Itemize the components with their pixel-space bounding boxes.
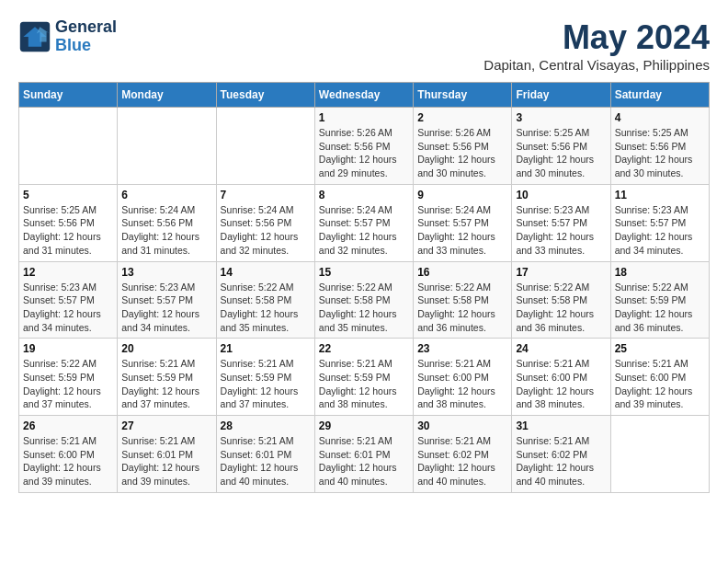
day-info: Sunrise: 5:25 AM Sunset: 5:56 PM Dayligh… <box>516 126 606 180</box>
calendar-cell: 19Sunrise: 5:22 AM Sunset: 5:59 PM Dayli… <box>19 339 118 416</box>
calendar-cell: 28Sunrise: 5:21 AM Sunset: 6:01 PM Dayli… <box>216 416 314 493</box>
day-number: 6 <box>121 189 211 201</box>
weekday-header-monday: Monday <box>118 83 216 108</box>
calendar-cell: 14Sunrise: 5:22 AM Sunset: 5:58 PM Dayli… <box>216 261 314 339</box>
calendar-cell: 11Sunrise: 5:23 AM Sunset: 5:57 PM Dayli… <box>610 184 709 261</box>
weekday-header-tuesday: Tuesday <box>216 83 314 108</box>
day-info: Sunrise: 5:21 AM Sunset: 6:01 PM Dayligh… <box>121 434 211 488</box>
calendar-cell: 26Sunrise: 5:21 AM Sunset: 6:00 PM Dayli… <box>19 416 118 493</box>
day-number: 31 <box>516 419 606 432</box>
day-number: 10 <box>516 189 606 201</box>
day-info: Sunrise: 5:23 AM Sunset: 5:57 PM Dayligh… <box>121 281 211 335</box>
day-info: Sunrise: 5:24 AM Sunset: 5:56 PM Dayligh… <box>221 203 311 258</box>
calendar-cell: 18Sunrise: 5:22 AM Sunset: 5:59 PM Dayli… <box>610 261 709 339</box>
logo: General Blue <box>18 18 117 55</box>
day-number: 25 <box>615 342 705 355</box>
day-number: 17 <box>516 266 606 279</box>
calendar-cell: 1Sunrise: 5:26 AM Sunset: 5:56 PM Daylig… <box>314 108 413 185</box>
day-info: Sunrise: 5:21 AM Sunset: 5:59 PM Dayligh… <box>319 357 409 411</box>
calendar-week-row: 5Sunrise: 5:25 AM Sunset: 5:56 PM Daylig… <box>19 184 710 261</box>
calendar-cell: 21Sunrise: 5:21 AM Sunset: 5:59 PM Dayli… <box>216 339 314 416</box>
calendar-table: SundayMondayTuesdayWednesdayThursdayFrid… <box>18 82 710 493</box>
day-info: Sunrise: 5:26 AM Sunset: 5:56 PM Dayligh… <box>417 126 507 180</box>
day-number: 15 <box>319 266 409 279</box>
day-info: Sunrise: 5:24 AM Sunset: 5:56 PM Dayligh… <box>121 203 211 258</box>
calendar-cell <box>216 108 314 185</box>
day-info: Sunrise: 5:24 AM Sunset: 5:57 PM Dayligh… <box>319 203 409 258</box>
day-info: Sunrise: 5:25 AM Sunset: 5:56 PM Dayligh… <box>23 203 113 258</box>
day-number: 23 <box>417 342 507 355</box>
calendar-cell <box>19 108 118 185</box>
day-info: Sunrise: 5:21 AM Sunset: 6:01 PM Dayligh… <box>319 434 409 488</box>
day-info: Sunrise: 5:21 AM Sunset: 5:59 PM Dayligh… <box>121 357 211 411</box>
calendar-cell: 17Sunrise: 5:22 AM Sunset: 5:58 PM Dayli… <box>512 261 610 339</box>
calendar-cell <box>118 108 216 185</box>
day-number: 13 <box>121 266 211 279</box>
calendar-cell: 15Sunrise: 5:22 AM Sunset: 5:58 PM Dayli… <box>314 261 413 339</box>
day-number: 14 <box>221 266 311 279</box>
day-info: Sunrise: 5:23 AM Sunset: 5:57 PM Dayligh… <box>615 203 705 258</box>
day-number: 12 <box>23 266 113 279</box>
day-number: 8 <box>319 189 409 201</box>
day-info: Sunrise: 5:21 AM Sunset: 6:00 PM Dayligh… <box>615 357 705 411</box>
calendar-cell: 24Sunrise: 5:21 AM Sunset: 6:00 PM Dayli… <box>512 339 610 416</box>
weekday-header-wednesday: Wednesday <box>314 83 413 108</box>
calendar-cell <box>610 416 709 493</box>
calendar-cell: 25Sunrise: 5:21 AM Sunset: 6:00 PM Dayli… <box>610 339 709 416</box>
calendar-cell: 16Sunrise: 5:22 AM Sunset: 5:58 PM Dayli… <box>414 261 512 339</box>
day-info: Sunrise: 5:21 AM Sunset: 6:00 PM Dayligh… <box>417 357 507 411</box>
day-info: Sunrise: 5:21 AM Sunset: 5:59 PM Dayligh… <box>221 357 311 411</box>
calendar-cell: 30Sunrise: 5:21 AM Sunset: 6:02 PM Dayli… <box>414 416 512 493</box>
day-number: 27 <box>121 419 211 432</box>
weekday-header-friday: Friday <box>512 83 610 108</box>
calendar-cell: 5Sunrise: 5:25 AM Sunset: 5:56 PM Daylig… <box>19 184 118 261</box>
day-info: Sunrise: 5:23 AM Sunset: 5:57 PM Dayligh… <box>516 203 606 258</box>
day-number: 20 <box>121 342 211 355</box>
day-number: 9 <box>417 189 507 201</box>
calendar-cell: 3Sunrise: 5:25 AM Sunset: 5:56 PM Daylig… <box>512 108 610 185</box>
day-info: Sunrise: 5:21 AM Sunset: 6:02 PM Dayligh… <box>417 434 507 488</box>
day-number: 21 <box>221 342 311 355</box>
day-number: 11 <box>615 189 705 201</box>
day-number: 1 <box>319 111 409 124</box>
calendar-cell: 31Sunrise: 5:21 AM Sunset: 6:02 PM Dayli… <box>512 416 610 493</box>
day-number: 7 <box>221 189 311 201</box>
calendar-cell: 6Sunrise: 5:24 AM Sunset: 5:56 PM Daylig… <box>118 184 216 261</box>
calendar-cell: 4Sunrise: 5:25 AM Sunset: 5:56 PM Daylig… <box>610 108 709 185</box>
day-number: 29 <box>319 419 409 432</box>
day-info: Sunrise: 5:22 AM Sunset: 5:58 PM Dayligh… <box>417 281 507 335</box>
day-number: 24 <box>516 342 606 355</box>
day-info: Sunrise: 5:25 AM Sunset: 5:56 PM Dayligh… <box>615 126 705 180</box>
day-number: 4 <box>615 111 705 124</box>
day-number: 18 <box>615 266 705 279</box>
day-info: Sunrise: 5:23 AM Sunset: 5:57 PM Dayligh… <box>23 281 113 335</box>
calendar-cell: 20Sunrise: 5:21 AM Sunset: 5:59 PM Dayli… <box>118 339 216 416</box>
day-number: 5 <box>23 189 113 201</box>
calendar-cell: 12Sunrise: 5:23 AM Sunset: 5:57 PM Dayli… <box>19 261 118 339</box>
calendar-week-row: 26Sunrise: 5:21 AM Sunset: 6:00 PM Dayli… <box>19 416 710 493</box>
calendar-cell: 29Sunrise: 5:21 AM Sunset: 6:01 PM Dayli… <box>314 416 413 493</box>
calendar-cell: 27Sunrise: 5:21 AM Sunset: 6:01 PM Dayli… <box>118 416 216 493</box>
weekday-header-sunday: Sunday <box>19 83 118 108</box>
day-info: Sunrise: 5:21 AM Sunset: 6:02 PM Dayligh… <box>516 434 606 488</box>
logo-icon <box>18 20 51 53</box>
weekday-header-thursday: Thursday <box>414 83 512 108</box>
location-subtitle: Dapitan, Central Visayas, Philippines <box>483 57 710 73</box>
day-info: Sunrise: 5:22 AM Sunset: 5:59 PM Dayligh… <box>23 357 113 411</box>
calendar-cell: 7Sunrise: 5:24 AM Sunset: 5:56 PM Daylig… <box>216 184 314 261</box>
day-number: 30 <box>417 419 507 432</box>
calendar-cell: 2Sunrise: 5:26 AM Sunset: 5:56 PM Daylig… <box>414 108 512 185</box>
day-info: Sunrise: 5:26 AM Sunset: 5:56 PM Dayligh… <box>319 126 409 180</box>
weekday-header-saturday: Saturday <box>610 83 709 108</box>
day-number: 2 <box>417 111 507 124</box>
calendar-cell: 13Sunrise: 5:23 AM Sunset: 5:57 PM Dayli… <box>118 261 216 339</box>
calendar-week-row: 1Sunrise: 5:26 AM Sunset: 5:56 PM Daylig… <box>19 108 710 185</box>
month-title: May 2024 <box>483 18 710 57</box>
calendar-week-row: 12Sunrise: 5:23 AM Sunset: 5:57 PM Dayli… <box>19 261 710 339</box>
day-number: 28 <box>221 419 311 432</box>
day-info: Sunrise: 5:22 AM Sunset: 5:59 PM Dayligh… <box>615 281 705 335</box>
day-number: 3 <box>516 111 606 124</box>
day-number: 26 <box>23 419 113 432</box>
title-block: May 2024 Dapitan, Central Visayas, Phili… <box>483 18 710 73</box>
logo-general: General <box>55 18 117 37</box>
